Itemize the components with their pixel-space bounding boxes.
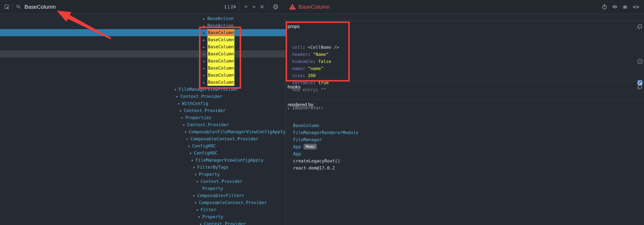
inspected-element-header: BaseColumn <> xyxy=(286,0,644,14)
component-name: Property xyxy=(202,186,223,191)
tree-row[interactable]: ▸BaseAction xyxy=(0,15,286,22)
stopwatch-icon[interactable] xyxy=(600,3,608,11)
caret-down-icon[interactable]: ▾ xyxy=(193,192,197,199)
tree-row[interactable]: Property xyxy=(0,185,286,192)
caret-right-icon[interactable]: ▸ xyxy=(203,44,208,51)
caret-right-icon[interactable]: ▸ xyxy=(203,37,208,44)
caret-right-icon[interactable]: ▸ xyxy=(203,65,208,72)
prop-row[interactable]: header: "Name" xyxy=(292,51,339,58)
tree-row[interactable]: ▸BaseColumn xyxy=(0,79,286,86)
prop-checkbox-sortable[interactable]: ✓ xyxy=(638,80,642,85)
inspect-element-icon[interactable] xyxy=(4,4,10,10)
prop-value[interactable]: <CellName /> xyxy=(308,45,339,50)
chevron-up-icon[interactable] xyxy=(242,3,250,10)
tree-row[interactable]: ▾Context.Provider xyxy=(0,93,286,100)
copy-icon[interactable] xyxy=(636,24,642,30)
rendered-by-row: react-dom@17.0.2 xyxy=(293,164,358,172)
chevron-down-icon[interactable] xyxy=(250,3,258,10)
caret-down-icon[interactable]: ▾ xyxy=(180,107,184,114)
tree-row[interactable]: ▾ComposableContext.Provider xyxy=(0,135,286,142)
tree-row[interactable]: ▸BaseColumn xyxy=(0,36,286,43)
caret-down-icon[interactable]: ▾ xyxy=(190,150,194,157)
component-tree: ▸BaseAction▸BaseAction▸BaseColumn▸BaseCo… xyxy=(0,15,286,225)
tree-row[interactable]: ▾ComposableContext.Provider xyxy=(0,199,286,206)
tree-row[interactable]: ▸BaseColumn xyxy=(0,72,286,79)
caret-down-icon[interactable]: ▾ xyxy=(183,122,187,129)
tree-row[interactable]: ▾Context.Provider xyxy=(0,121,286,128)
bug-icon[interactable] xyxy=(621,3,629,11)
copy-icon[interactable] xyxy=(636,85,642,90)
caret-down-icon[interactable]: ▾ xyxy=(181,114,186,122)
prop-value[interactable]: true xyxy=(318,80,329,85)
tree-row[interactable]: ▾Context.Provider xyxy=(0,220,286,225)
caret-down-icon[interactable]: ▾ xyxy=(198,213,202,221)
prop-value[interactable]: false xyxy=(318,59,331,64)
owner-link[interactable]: App xyxy=(293,144,301,149)
component-name: BaseColumn xyxy=(208,29,234,36)
component-tree-panel: ▸BaseAction▸BaseAction▸BaseColumn▸BaseCo… xyxy=(0,14,286,225)
caret-down-icon[interactable]: ▾ xyxy=(193,164,197,171)
close-icon[interactable] xyxy=(258,3,266,10)
rendered-by-row: AppMemo xyxy=(293,143,358,150)
tree-row[interactable]: ▾FileManagerViewProvider xyxy=(0,86,286,93)
tree-row[interactable]: ▸BaseColumn xyxy=(0,43,286,50)
owner-link[interactable]: FileManagerRendererModule xyxy=(293,130,358,135)
tree-row[interactable]: ▾FileManagerViewConfigApply xyxy=(0,157,286,164)
tree-row[interactable]: ▸BaseAction xyxy=(0,22,286,29)
caret-right-icon[interactable]: ▸ xyxy=(203,72,208,79)
tree-row[interactable]: ▸BaseColumn xyxy=(0,29,286,36)
tree-row[interactable]: ▾ConfigHOC xyxy=(0,149,286,157)
owner-link[interactable]: FileManager xyxy=(293,137,322,142)
tree-row[interactable]: ▾FilterByTags xyxy=(0,164,286,171)
tree-row[interactable]: ▾ConfigHOC xyxy=(0,142,286,149)
tree-row[interactable]: ▾Properties xyxy=(0,114,286,121)
tree-row[interactable]: ▾Context.Provider xyxy=(0,107,286,114)
caret-right-icon[interactable]: ▸ xyxy=(203,51,208,58)
prop-value[interactable]: "Name" xyxy=(313,52,329,57)
caret-down-icon[interactable]: ▾ xyxy=(176,93,180,100)
tree-row[interactable]: ▾WithConfig xyxy=(0,100,286,107)
prop-row[interactable]: name: "name" xyxy=(292,65,339,72)
caret-down-icon[interactable]: ▾ xyxy=(196,206,201,213)
component-name: BaseAction xyxy=(208,23,234,28)
caret-down-icon[interactable]: ▾ xyxy=(196,178,201,185)
prop-row[interactable]: size: 200 xyxy=(292,72,339,79)
caret-down-icon[interactable]: ▾ xyxy=(186,136,190,143)
prop-value[interactable]: 200 xyxy=(308,73,316,78)
tree-row[interactable]: ▸BaseColumn xyxy=(0,65,286,72)
tree-row[interactable]: ▾Context.Provider xyxy=(0,178,286,185)
component-name: Context.Provider xyxy=(187,122,229,127)
eye-icon[interactable] xyxy=(611,3,618,11)
prop-row[interactable]: hideable: false xyxy=(292,58,339,65)
tree-row[interactable]: ▾Composable<FileManagerViewConfigApply> xyxy=(0,128,286,135)
tree-row[interactable]: ▾Property xyxy=(0,213,286,220)
tree-row[interactable]: ▸BaseColumn xyxy=(0,50,286,58)
caret-down-icon[interactable]: ▾ xyxy=(178,100,182,107)
caret-down-icon[interactable]: ▾ xyxy=(191,157,196,164)
prop-value[interactable]: "name" xyxy=(308,66,324,71)
caret-down-icon[interactable]: ▾ xyxy=(200,221,204,225)
tree-row[interactable]: ▸BaseColumn xyxy=(0,58,286,65)
code-brackets-icon[interactable]: <> xyxy=(632,3,640,11)
search-input[interactable] xyxy=(24,4,224,10)
caret-down-icon[interactable]: ▾ xyxy=(188,143,192,150)
prop-row[interactable]: cell: <CellName /> xyxy=(292,44,339,51)
prop-checkbox-hideable[interactable] xyxy=(638,59,642,64)
caret-right-icon[interactable]: ▸ xyxy=(203,79,208,86)
caret-down-icon[interactable]: ▾ xyxy=(195,171,199,178)
tree-row[interactable]: ▾Filter xyxy=(0,206,286,213)
tree-row[interactable]: ▾Composable<Filter> xyxy=(0,192,286,199)
owner-link[interactable]: App xyxy=(293,151,301,156)
caret-right-icon[interactable]: ▸ xyxy=(203,30,208,37)
caret-right-icon[interactable]: ▸ xyxy=(203,22,208,30)
caret-down-icon[interactable]: ▾ xyxy=(195,199,199,206)
tree-row[interactable]: ▾Property xyxy=(0,171,286,178)
component-name: Composable<FileManagerViewConfigApply> xyxy=(189,129,286,134)
gear-icon[interactable]: ⚙ xyxy=(272,3,280,11)
prop-value[interactable]: "" xyxy=(321,87,326,92)
caret-right-icon[interactable]: ▸ xyxy=(203,58,208,65)
caret-down-icon[interactable]: ▾ xyxy=(184,129,189,136)
caret-down-icon[interactable]: ▾ xyxy=(174,86,179,93)
owner-link[interactable]: BaseColumn xyxy=(293,123,319,128)
caret-right-icon[interactable]: ▸ xyxy=(203,15,208,22)
